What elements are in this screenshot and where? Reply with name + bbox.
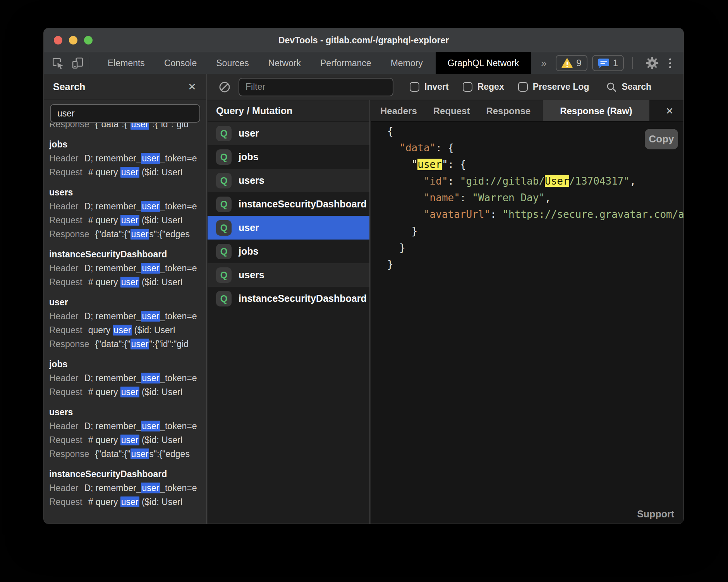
issues-badge[interactable]: 1 (592, 55, 624, 71)
search-input[interactable] (50, 104, 200, 123)
search-result-line[interactable]: HeaderD; remember_user_token=e (49, 151, 206, 165)
query-list-item[interactable]: Quser (208, 122, 369, 145)
result-line-label: Response (49, 449, 89, 459)
filter-options: InvertRegexPreserve Log (410, 82, 589, 92)
result-group-title: jobs (49, 357, 206, 371)
query-list-item[interactable]: QinstanceSecurityDashboard (208, 287, 369, 310)
search-result-line[interactable]: HeaderD; remember_user_token=e (49, 371, 206, 385)
tab-request[interactable]: Request (433, 100, 470, 121)
kebab-menu-icon[interactable] (667, 57, 673, 70)
query-item-label: instanceSecurityDashboard (239, 293, 367, 304)
search-result-line[interactable]: HeaderD; remember_user_token=e (49, 199, 206, 213)
result-line-label: Header (49, 483, 78, 493)
request-detail-panel: Headers Request Response Response (Raw) … (371, 100, 683, 524)
title-bar: DevTools - gitlab.com/-/graphql-explorer (44, 28, 683, 52)
response-raw-json: { "data": { "user": { "id": "gid://gitla… (387, 123, 683, 524)
gear-icon[interactable] (645, 56, 659, 70)
query-type-icon: Q (216, 126, 232, 141)
match-highlight: user (120, 277, 139, 288)
device-toolbar-icon[interactable] (71, 56, 85, 70)
search-result-line[interactable]: Request# query user ($id: UserI (49, 213, 206, 227)
tab-response-raw[interactable]: Response (Raw) (543, 100, 649, 121)
tab-memory[interactable]: Memory (391, 58, 423, 68)
match-highlight: user (120, 387, 139, 397)
devtools-window: DevTools - gitlab.com/-/graphql-explorer… (43, 28, 684, 524)
query-type-icon: Q (216, 244, 232, 259)
search-result-line[interactable]: HeaderD; remember_user_token=e (49, 419, 206, 433)
query-list-item[interactable]: QinstanceSecurityDashboard (208, 192, 369, 216)
tab-network[interactable]: Network (268, 58, 301, 68)
query-item-label: jobs (239, 151, 258, 163)
match-highlight: user (141, 201, 160, 212)
support-link[interactable]: Support (637, 508, 674, 520)
search-sidebar: Search × Response{"data":{"user":{"id":"… (44, 74, 207, 524)
query-item-label: users (239, 269, 264, 281)
query-list-item[interactable]: Qusers (208, 263, 369, 287)
tab-response[interactable]: Response (486, 100, 531, 121)
query-list-item[interactable]: Quser (208, 216, 369, 240)
result-group-title: user (49, 295, 206, 309)
search-result-line[interactable]: Request# query user ($id: UserI (49, 495, 206, 509)
clear-icon[interactable] (218, 80, 232, 94)
match-highlight: user (141, 373, 160, 383)
toolbar-separator (632, 57, 633, 69)
query-type-icon: Q (216, 149, 232, 165)
search-result-line[interactable]: Response{"data":{"users":{"edges (49, 447, 206, 461)
result-line-label: Request (49, 497, 82, 507)
match-highlight: user (130, 123, 149, 130)
result-line-label: Header (49, 373, 78, 383)
close-icon[interactable]: × (661, 102, 678, 119)
search-result-line[interactable]: Request# query user ($id: UserI (49, 165, 206, 179)
result-group-title: instanceSecurityDashboard (49, 467, 206, 481)
more-tabs-chevron[interactable]: » (541, 57, 546, 69)
match-highlight: user (141, 153, 160, 164)
query-type-icon: Q (216, 197, 232, 212)
result-group-title: users (49, 185, 206, 199)
tab-sources[interactable]: Sources (216, 58, 249, 68)
checkbox-label: Invert (424, 82, 449, 92)
tab-headers[interactable]: Headers (380, 100, 417, 121)
result-line-label: Header (49, 421, 78, 431)
search-result-line[interactable]: Request# query user ($id: UserI (49, 275, 206, 289)
search-result-line[interactable]: HeaderD; remember_user_token=e (49, 309, 206, 323)
warnings-badge[interactable]: 9 (556, 55, 587, 71)
query-item-label: instanceSecurityDashboard (239, 199, 367, 210)
result-line-label: Request (49, 277, 82, 287)
search-result-line[interactable]: Response{"data":{"user":{"id":"gid (49, 123, 206, 131)
search-result-line[interactable]: Request# query user ($id: UserI (49, 385, 206, 399)
search-result-line[interactable]: HeaderD; remember_user_token=e (49, 481, 206, 495)
tab-graphql-network[interactable]: GraphQL Network (436, 52, 531, 74)
search-result-line[interactable]: HeaderD; remember_user_token=e (49, 261, 206, 275)
query-list-item[interactable]: Qjobs (208, 240, 369, 263)
checkbox-invert[interactable]: Invert (410, 82, 449, 92)
filter-input[interactable] (239, 78, 393, 96)
query-type-icon: Q (216, 220, 232, 236)
checkbox-regex[interactable]: Regex (463, 82, 504, 92)
match-highlight: user (417, 159, 442, 170)
query-mutation-panel: Query / Mutation QuserQjobsQusersQinstan… (208, 100, 370, 524)
query-list-item[interactable]: Qjobs (208, 145, 369, 169)
tab-elements[interactable]: Elements (108, 58, 145, 68)
search-result-line[interactable]: Requestquery user ($id: UserI (49, 323, 206, 337)
inspect-element-icon[interactable] (51, 56, 65, 70)
checkbox-preserve-log[interactable]: Preserve Log (518, 82, 589, 92)
match-highlight: user (130, 448, 149, 459)
tab-performance[interactable]: Performance (320, 58, 371, 68)
result-group-title: instanceSecurityDashboard (49, 247, 206, 261)
network-search-toggle[interactable]: Search (606, 82, 651, 92)
search-result-line[interactable]: Response{"data":{"user":{"id":"gid (49, 337, 206, 351)
message-icon (598, 58, 610, 68)
checkbox-label: Regex (477, 82, 504, 92)
search-result-group: userHeaderD; remember_user_token=eReques… (49, 295, 206, 351)
result-group-title: jobs (49, 137, 206, 151)
search-result-group: jobsHeaderD; remember_user_token=eReques… (49, 137, 206, 179)
result-line-label: Header (49, 263, 78, 273)
tab-console[interactable]: Console (164, 58, 197, 68)
search-result-line[interactable]: Request# query user ($id: UserI (49, 433, 206, 447)
close-icon[interactable]: × (184, 78, 201, 95)
query-list-item[interactable]: Qusers (208, 169, 369, 192)
query-rows: QuserQjobsQusersQinstanceSecurityDashboa… (208, 122, 369, 310)
search-result-line[interactable]: Response{"data":{"users":{"edges (49, 227, 206, 241)
result-line-label: Request (49, 435, 82, 445)
search-icon (606, 82, 617, 92)
